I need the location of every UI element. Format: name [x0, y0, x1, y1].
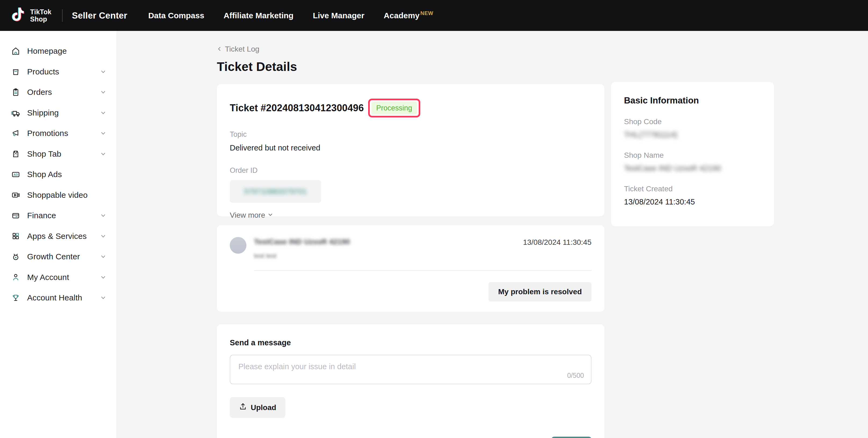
page: TikTok Shop Seller Center Data Compass A… [0, 0, 868, 438]
message-input-box: 0/500 [230, 355, 591, 384]
shop-ads-icon: AD [11, 169, 21, 180]
chevron-down-icon [100, 274, 107, 281]
sidebar-item-apps-services[interactable]: Apps & Services [0, 226, 116, 247]
sidebar-item-products[interactable]: Products [0, 62, 116, 82]
sidebar-item-label: Shop Tab [27, 149, 61, 159]
sidebar-item-label: Finance [27, 211, 56, 220]
sidebar-item-account-health[interactable]: Account Health [0, 287, 116, 308]
sidebar-item-orders[interactable]: Orders [0, 82, 116, 103]
sidebar-item-label: Shoppable video [27, 190, 88, 200]
sidebar-item-shipping[interactable]: Shipping [0, 103, 116, 123]
new-badge: NEW [420, 10, 433, 16]
shop-code-field: Shop Code THL(77781114) [624, 118, 761, 139]
message-input[interactable] [230, 355, 591, 384]
ticket-created-field: Ticket Created 13/08/2024 11:30:45 [624, 185, 761, 207]
breadcrumb-back[interactable]: Ticket Log [217, 45, 259, 54]
shoppable-video-icon [11, 190, 21, 200]
shop-code-label: Shop Code [624, 118, 761, 126]
shop-code-value-redacted: THL(77781114) [624, 130, 761, 139]
sidebar-item-label: Shop Ads [27, 170, 62, 179]
upload-icon [239, 403, 247, 412]
chevron-down-icon [100, 212, 107, 219]
sidebar-item-homepage[interactable]: Homepage [0, 41, 116, 62]
shipping-icon [11, 108, 21, 118]
sidebar-item-shoppable-video[interactable]: Shoppable video [0, 185, 116, 206]
order-id-label: Order ID [230, 166, 591, 175]
topic-label: Topic [230, 130, 591, 139]
chevron-down-icon [100, 130, 107, 137]
chevron-down-icon [100, 233, 107, 240]
message-text-redacted: test test [254, 252, 350, 259]
main-content: Ticket Log Ticket Details Ticket #202408… [217, 31, 604, 438]
chevron-left-icon [217, 45, 222, 54]
account-health-icon [11, 293, 21, 303]
problem-resolved-button[interactable]: My problem is resolved [489, 282, 591, 302]
chevron-down-icon [100, 294, 107, 301]
sidebar-item-label: My Account [27, 273, 69, 282]
upload-label: Upload [251, 403, 276, 412]
nav-academy-label: Academy [384, 11, 420, 20]
chevron-down-icon [100, 253, 107, 260]
my-account-icon [11, 272, 21, 282]
basic-information-title: Basic Information [624, 95, 761, 105]
ticket-created-label: Ticket Created [624, 185, 761, 193]
sidebar-item-finance[interactable]: Finance [0, 205, 116, 226]
nav-affiliate-marketing[interactable]: Affiliate Marketing [224, 11, 293, 20]
logo-line2: Shop [30, 15, 51, 23]
chevron-down-icon [100, 68, 107, 75]
tiktok-note-icon [11, 6, 26, 25]
product-name: Seller Center [72, 10, 127, 21]
shop-tab-icon [11, 149, 21, 159]
compose-card: Send a message 0/500 Upload Send [217, 324, 604, 438]
sidebar-item-shop-ads[interactable]: AD Shop Ads [0, 164, 116, 185]
nav-data-compass[interactable]: Data Compass [148, 11, 204, 20]
sidebar-item-growth-center[interactable]: Growth Center [0, 246, 116, 267]
chevron-down-icon [100, 110, 107, 116]
top-header: TikTok Shop Seller Center Data Compass A… [0, 0, 868, 31]
finance-icon [11, 211, 21, 221]
logo-text: TikTok Shop [30, 8, 51, 23]
header-icon-group: 40 [680, 0, 868, 31]
header-divider [62, 9, 63, 22]
breadcrumb-label: Ticket Log [225, 45, 259, 54]
message-divider [254, 270, 591, 271]
order-id-value-redacted: 579710883379701 [244, 187, 307, 196]
chevron-down-icon [100, 151, 107, 157]
shop-name-field: Shop Name TestCase IND UzssR 42190 [624, 151, 761, 173]
chevron-down-icon [268, 211, 273, 220]
growth-center-icon [11, 252, 21, 262]
apps-services-icon [11, 231, 21, 241]
page-title: Ticket Details [217, 59, 604, 74]
sidebar-item-label: Homepage [27, 46, 67, 56]
char-counter: 0/500 [567, 372, 584, 379]
header-nav: Data Compass Affiliate Marketing Live Ma… [148, 11, 433, 20]
basic-information-panel: Basic Information Shop Code THL(77781114… [611, 82, 774, 226]
home-icon [11, 46, 21, 56]
status-badge: Processing [371, 101, 417, 115]
nav-academy[interactable]: AcademyNEW [384, 11, 433, 20]
promotions-icon [11, 128, 21, 138]
sidebar-item-label: Growth Center [27, 252, 80, 261]
tiktok-shop-logo[interactable]: TikTok Shop [11, 6, 51, 25]
order-id-pill[interactable]: 579710883379701 [230, 180, 321, 203]
products-icon [11, 67, 21, 76]
message-card: TestCase IND UzssR 42190 test test 13/08… [217, 225, 604, 312]
sidebar-item-shop-tab[interactable]: Shop Tab [0, 144, 116, 164]
ticket-number-title: Ticket #202408130412300496 [230, 102, 364, 114]
status-highlight-ring: Processing [368, 99, 420, 118]
nav-live-manager[interactable]: Live Manager [313, 11, 364, 20]
logo-line1: TikTok [30, 8, 51, 15]
sidebar-item-my-account[interactable]: My Account [0, 267, 116, 288]
avatar [230, 237, 246, 254]
shop-name-label: Shop Name [624, 151, 761, 160]
sidebar-item-label: Products [27, 67, 59, 76]
topic-value: Delivered but not received [230, 144, 591, 152]
upload-button[interactable]: Upload [230, 397, 285, 418]
sidebar-item-label: Apps & Services [27, 231, 87, 241]
ticket-created-value: 13/08/2024 11:30:45 [624, 197, 761, 207]
message-author-redacted: TestCase IND UzssR 42190 [254, 238, 350, 246]
sidebar-item-promotions[interactable]: Promotions [0, 123, 116, 144]
view-more-toggle[interactable]: View more [230, 211, 273, 220]
send-button[interactable]: Send [552, 437, 591, 438]
sidebar-item-label: Account Health [27, 293, 82, 302]
